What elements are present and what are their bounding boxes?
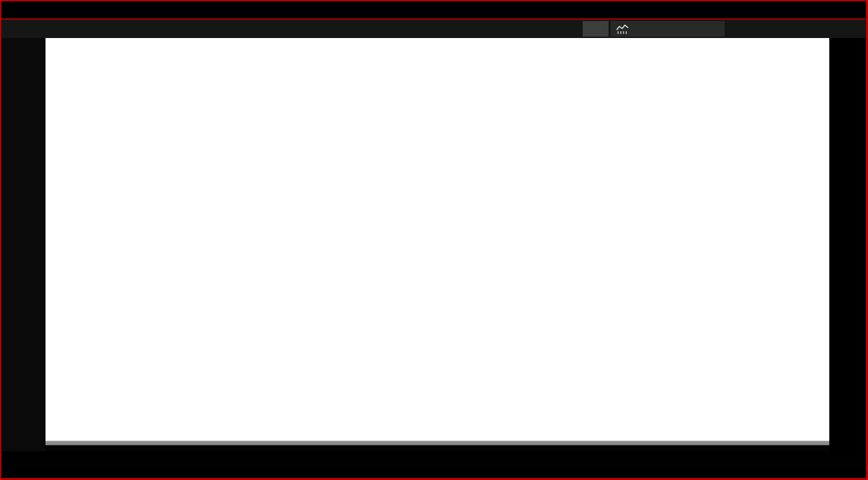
chart-plot-area[interactable] [46, 38, 829, 441]
x-axis [0, 451, 868, 478]
lower-indicator-strip [46, 445, 829, 451]
y-axis [829, 38, 868, 478]
chart-scrollbar[interactable] [46, 441, 829, 445]
collapse-button[interactable] [583, 21, 609, 37]
drawing-sidebar [0, 38, 46, 478]
chart-toolbar [0, 20, 868, 38]
study-button[interactable] [611, 21, 725, 37]
title-bar [0, 0, 868, 20]
chart-icon [616, 24, 630, 34]
